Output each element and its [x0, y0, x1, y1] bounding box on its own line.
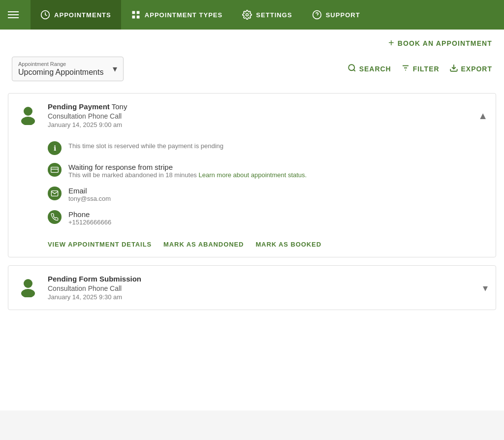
range-selector[interactable]: Appointment Range Upcoming Appointments … [12, 57, 124, 81]
email-icon [48, 187, 62, 200]
appointment-card-1: Pending Payment Tony Consultation Phone … [8, 93, 496, 257]
question-icon [312, 10, 322, 20]
avatar-2 [16, 275, 40, 298]
learn-more-link[interactable]: Learn more about appointment status. [199, 171, 307, 179]
filter-icon [401, 63, 410, 75]
svg-rect-4 [136, 16, 139, 19]
export-button[interactable]: EXPORT [449, 63, 492, 75]
toolbar: + BOOK AN APPOINTMENT [0, 30, 504, 53]
appointment-title-1: Pending Payment Tony [48, 102, 488, 111]
payment-status-title: Waiting for response from stripe [68, 163, 484, 171]
svg-point-5 [246, 14, 249, 16]
appointment-header-2[interactable]: Pending Form Submission Consultation Pho… [8, 266, 496, 310]
nav-appointment-types[interactable]: APPOINTMENT TYPES [121, 0, 233, 30]
book-appointment-label: BOOK AN APPOINTMENT [398, 39, 492, 47]
range-value: Upcoming Appointments [18, 68, 103, 77]
svg-rect-3 [132, 16, 135, 19]
appointment-status-2: Pending Form Submission [48, 275, 141, 283]
appointment-info-1: Pending Payment Tony Consultation Phone … [48, 102, 488, 128]
info-message-text: This time slot is reserved while the pay… [68, 141, 484, 150]
avatar-1 [16, 102, 40, 126]
search-icon [347, 63, 356, 75]
appointment-date-1: January 14, 2025 9:00 am [48, 121, 488, 128]
mark-as-booked-button[interactable]: MARK AS BOOKED [255, 241, 321, 248]
export-label: EXPORT [461, 65, 492, 73]
appointment-header-1[interactable]: Pending Payment Tony Consultation Phone … [8, 94, 496, 137]
info-message-row: ℹ This time slot is reserved while the p… [48, 141, 484, 155]
nav-settings-label: SETTINGS [256, 11, 292, 19]
appointment-type-1: Consultation Phone Call [48, 112, 488, 120]
chevron-up-icon-1: ▲ [478, 110, 488, 121]
clock-icon [40, 10, 50, 20]
appointment-title-2: Pending Form Submission [48, 275, 488, 283]
appointment-status-1: Pending Payment [48, 102, 110, 111]
phone-text: Phone +15126666666 [68, 210, 484, 226]
svg-point-18 [24, 279, 32, 288]
svg-point-15 [21, 117, 35, 125]
info-icon: ℹ [48, 141, 62, 155]
filter-label: FILTER [413, 65, 440, 73]
filter-actions: SEARCH FILTER EXPORT [347, 63, 492, 75]
svg-line-9 [353, 69, 355, 71]
svg-rect-16 [51, 167, 59, 173]
filter-button[interactable]: FILTER [401, 63, 440, 75]
payment-status-text: Waiting for response from stripe This wi… [68, 163, 484, 179]
card-icon [48, 163, 62, 177]
mark-as-abandoned-button[interactable]: MARK AS ABANDONED [163, 241, 244, 248]
nav-support-label: SUPPORT [326, 11, 360, 19]
grid-icon [131, 10, 141, 20]
info-message: This time slot is reserved while the pay… [68, 142, 223, 150]
appointment-actions-1: VIEW APPOINTMENT DETAILS MARK AS ABANDON… [8, 234, 496, 257]
appointment-date-2: January 14, 2025 9:30 am [48, 293, 488, 301]
book-appointment-button[interactable]: + BOOK AN APPOINTMENT [388, 37, 492, 49]
navbar: APPOINTMENTS APPOINTMENT TYPES SETTINGS [0, 0, 504, 30]
nav-support[interactable]: SUPPORT [302, 0, 370, 30]
email-row: Email tony@ssa.com [48, 187, 484, 202]
appointments-list: Pending Payment Tony Consultation Phone … [0, 89, 504, 314]
payment-sub-text: This will be marked abandoned in 18 minu… [68, 171, 197, 179]
email-text: Email tony@ssa.com [68, 187, 484, 202]
view-appointment-details-button[interactable]: VIEW APPOINTMENT DETAILS [48, 241, 152, 248]
appointment-info-2: Pending Form Submission Consultation Pho… [48, 275, 488, 301]
nav-appointments-label: APPOINTMENTS [54, 11, 111, 19]
nav-appointment-types-label: APPOINTMENT TYPES [145, 11, 223, 19]
appointment-client-1: Tony [112, 102, 127, 111]
search-label: SEARCH [359, 65, 391, 73]
chevron-down-icon-2: ▾ [483, 282, 488, 294]
nav-appointments[interactable]: APPOINTMENTS [31, 0, 121, 30]
payment-status-sub: This will be marked abandoned in 18 minu… [68, 171, 484, 179]
svg-rect-2 [136, 11, 139, 14]
svg-point-8 [348, 64, 354, 70]
email-label: Email [68, 187, 484, 195]
svg-rect-1 [132, 11, 135, 14]
appointment-expanded-1: ℹ This time slot is reserved while the p… [8, 137, 496, 226]
nav-settings[interactable]: SETTINGS [232, 0, 302, 30]
phone-value: +15126666666 [68, 219, 484, 226]
phone-label: Phone [68, 210, 484, 219]
svg-point-19 [21, 289, 35, 297]
svg-point-14 [24, 107, 32, 116]
gear-icon [242, 10, 252, 20]
export-icon [449, 63, 458, 75]
appointment-type-2: Consultation Phone Call [48, 284, 488, 292]
email-value: tony@ssa.com [68, 195, 484, 202]
payment-status-row: Waiting for response from stripe This wi… [48, 163, 484, 179]
hamburger-menu[interactable] [8, 11, 19, 18]
search-button[interactable]: SEARCH [347, 63, 391, 75]
phone-icon [48, 210, 62, 224]
phone-row: Phone +15126666666 [48, 210, 484, 226]
range-label: Appointment Range [18, 61, 103, 67]
plus-icon: + [388, 37, 395, 49]
filter-bar: Appointment Range Upcoming Appointments … [0, 53, 504, 89]
chevron-down-icon: ▾ [113, 63, 117, 74]
appointment-card-2: Pending Form Submission Consultation Pho… [8, 265, 496, 310]
